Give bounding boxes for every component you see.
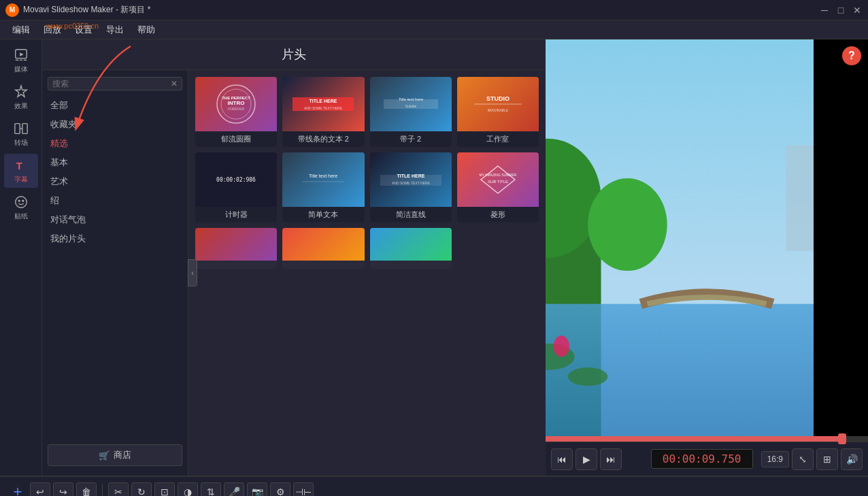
skip-end-button[interactable]: ⏭: [600, 448, 622, 470]
search-input[interactable]: [52, 79, 171, 88]
title-card-perfect-intro[interactable]: THE PERFECT INTRO FOREVER 郁流圆圈: [195, 77, 277, 147]
sidebar-media[interactable]: 媒体: [4, 44, 38, 78]
fullscreen-button[interactable]: ⤡: [792, 448, 814, 470]
title-card-label-2: 带线条的文本 2: [282, 131, 364, 147]
title-card-extra1[interactable]: [195, 228, 277, 269]
title-card-label-4: 工作室: [457, 131, 539, 147]
svg-text:Title text here: Title text here: [309, 173, 337, 178]
preview-progress[interactable]: [546, 436, 868, 442]
svg-point-9: [15, 196, 27, 208]
settings-button[interactable]: ⚙: [270, 482, 290, 497]
sidebar-transitions-label: 转场: [14, 138, 28, 148]
search-clear-icon[interactable]: ✕: [171, 79, 178, 88]
collapse-sidebar-button[interactable]: ‹: [188, 259, 197, 286]
category-all[interactable]: 全部: [42, 96, 188, 115]
voiceover-button[interactable]: 🎤: [224, 482, 244, 497]
title-thumb-perfect-intro: THE PERFECT INTRO FOREVER: [195, 77, 277, 131]
title-thumb-simple-text: Title text here: [282, 152, 364, 207]
preview-progress-handle[interactable]: [838, 433, 846, 444]
title-thumb-title-here: TITLE HERE AND SOME TEXT HERE: [282, 77, 364, 131]
title-card-label-6: 简单文本: [282, 207, 364, 222]
title-bar: M Movavi Slideshow Maker - 新项目 * ─ □ ✕: [0, 0, 868, 20]
svg-point-46: [554, 335, 569, 357]
crop-button[interactable]: ⊡: [154, 482, 175, 497]
titles-panel: 片头 ✕ 全部 收藏夹 精选 基本 艺术 绍 对话气泡 我的片头 🛒 商店: [42, 39, 546, 476]
title-card-label-5: 计时器: [195, 207, 277, 222]
category-my[interactable]: 我的片头: [42, 229, 188, 248]
delete-button[interactable]: 🗑: [76, 482, 97, 497]
svg-text:TITLE HERE: TITLE HERE: [310, 99, 337, 103]
undo-button[interactable]: ↩: [30, 482, 50, 497]
sidebar-titles[interactable]: T 字幕: [4, 154, 38, 188]
category-intro[interactable]: 绍: [42, 191, 188, 210]
left-sidebar: 媒体 效果 转场 T 字幕 贴纸: [0, 39, 42, 476]
svg-text:Title text here: Title text here: [399, 97, 424, 101]
skip-start-button[interactable]: ⏮: [551, 448, 573, 470]
title-card-title-here[interactable]: TITLE HERE AND SOME TEXT HERE 带线条的文本 2: [282, 77, 364, 147]
title-thumb-simple-line: TITLE HERE AND SOME TEXT HERE: [370, 152, 452, 207]
stabilize-button[interactable]: ⇅: [201, 482, 221, 497]
close-button[interactable]: ✕: [852, 5, 863, 16]
sidebar-effects-label: 效果: [14, 101, 28, 111]
category-sidebar: ✕ 全部 收藏夹 精选 基本 艺术 绍 对话气泡 我的片头 🛒 商店 ‹: [42, 70, 188, 476]
category-bubble[interactable]: 对话气泡: [42, 210, 188, 229]
title-card-label-3: 带子 2: [370, 131, 452, 147]
title-thumb-ribbon: Title text here Subtitle: [370, 77, 452, 131]
title-card-studio[interactable]: STUDIO IMAGINABLE 工作室: [457, 77, 539, 147]
svg-text:Subtitle: Subtitle: [405, 104, 416, 108]
sidebar-stickers[interactable]: 贴纸: [4, 191, 38, 225]
split-button[interactable]: ⊣⊢: [293, 482, 314, 497]
menu-help[interactable]: 帮助: [131, 20, 162, 39]
title-card-simple-line[interactable]: TITLE HERE AND SOME TEXT HERE 简洁直线: [370, 152, 452, 222]
fit-button[interactable]: ⊞: [816, 448, 838, 470]
minimize-button[interactable]: ─: [819, 5, 830, 16]
category-favorites[interactable]: 收藏夹: [42, 115, 188, 134]
category-featured[interactable]: 精选: [42, 134, 188, 153]
sidebar-stickers-label: 贴纸: [14, 212, 28, 221]
app-logo: M: [5, 3, 19, 17]
search-box[interactable]: ✕: [48, 77, 182, 90]
title-card-label-8: 菱形: [457, 207, 539, 222]
title-card-extra2[interactable]: [282, 228, 364, 269]
title-card-timer[interactable]: 00:00:02:986 计时器: [195, 152, 277, 222]
panel-body: ✕ 全部 收藏夹 精选 基本 艺术 绍 对话气泡 我的片头 🛒 商店 ‹: [42, 70, 546, 476]
aspect-ratio-button[interactable]: 16:9: [761, 451, 789, 467]
title-card-ribbon[interactable]: Title text here Subtitle 带子 2: [370, 77, 452, 147]
svg-text:FOREVER: FOREVER: [228, 107, 245, 111]
title-thumb-extra3: [370, 228, 452, 261]
preview-panel: ? ⏮ ▶ ⏭ 00:00:09.750 16:9 ⤡ ⊞ 🔊: [546, 39, 868, 476]
preview-video: ?: [546, 39, 868, 436]
camera-button[interactable]: 📷: [247, 482, 267, 497]
svg-point-44: [568, 367, 607, 386]
svg-text:MY AMAZING SUMMER: MY AMAZING SUMMER: [479, 173, 516, 177]
title-card-simple-text[interactable]: Title text here 简单文本: [282, 152, 364, 222]
category-art[interactable]: 艺术: [42, 172, 188, 191]
svg-point-10: [18, 200, 20, 201]
color-button[interactable]: ◑: [178, 482, 198, 497]
svg-text:INTRO: INTRO: [228, 100, 245, 106]
rotate-button[interactable]: ↻: [131, 482, 152, 497]
maximize-button[interactable]: □: [835, 5, 846, 16]
category-basic[interactable]: 基本: [42, 153, 188, 172]
main-layout: 媒体 效果 转场 T 字幕 贴纸 片头 ✕: [0, 39, 868, 476]
menu-edit[interactable]: 编辑: [5, 20, 37, 39]
title-card-extra3[interactable]: [370, 228, 452, 269]
sidebar-effects[interactable]: 效果: [4, 80, 38, 114]
svg-text:AND SOME TEXT HERE: AND SOME TEXT HERE: [392, 181, 431, 185]
svg-text:AND SOME TEXT HERE: AND SOME TEXT HERE: [304, 106, 343, 110]
help-button[interactable]: ?: [842, 46, 861, 65]
play-button[interactable]: ▶: [575, 448, 597, 470]
redo-button[interactable]: ↪: [53, 482, 73, 497]
menu-export[interactable]: 导出: [99, 20, 131, 39]
shop-button[interactable]: 🛒 商店: [48, 444, 182, 466]
title-card-label-7: 简洁直线: [370, 207, 452, 222]
title-card-diamond[interactable]: MY AMAZING SUMMER SUB TITLE 菱形: [457, 152, 539, 222]
svg-text:00:00:02:986: 00:00:02:986: [216, 177, 256, 183]
cart-icon: 🛒: [99, 450, 110, 461]
bottom-section: + ↩ ↪ 🗑 ✂ ↻ ⊡ ◑ ⇅ 🎤 📷 ⚙ ⊣⊢ T ✏: [0, 476, 868, 496]
sidebar-transitions[interactable]: 转场: [4, 117, 38, 151]
add-track-button[interactable]: +: [8, 482, 27, 497]
svg-text:TITLE HERE: TITLE HERE: [397, 173, 424, 178]
cut-button[interactable]: ✂: [108, 482, 129, 497]
volume-button[interactable]: 🔊: [841, 448, 863, 470]
